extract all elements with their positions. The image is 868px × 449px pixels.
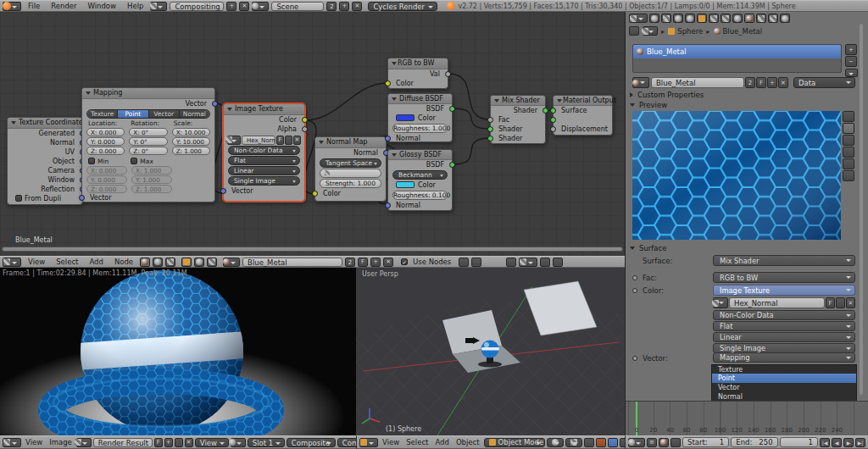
node-title[interactable]: Image Texture: [224, 104, 304, 115]
socket-volume-in[interactable]: [550, 117, 556, 123]
image-name-field[interactable]: Hex_Normal: [729, 297, 825, 308]
material-name-field[interactable]: Blue_Metal: [242, 258, 342, 267]
socket-color-out[interactable]: [302, 117, 308, 123]
node-editor-hscrollbar[interactable]: [2, 247, 623, 252]
uv-map-field[interactable]: [320, 169, 381, 178]
from-dupli-checkbox[interactable]: [15, 195, 22, 202]
timeline-menu-button[interactable]: ≡: [647, 438, 657, 447]
play-button[interactable]: ▶: [843, 438, 854, 447]
preview-section-header[interactable]: Preview: [630, 101, 667, 109]
menu-select[interactable]: Select: [52, 258, 82, 266]
min-y-field[interactable]: Y: 0.000: [86, 175, 127, 184]
preview-hair-button[interactable]: [843, 158, 854, 169]
socket-surface-in[interactable]: [550, 108, 556, 114]
shader-type-object-button[interactable]: [140, 258, 150, 267]
breadcrumb-object[interactable]: Sphere: [668, 27, 703, 36]
preview-flat-button[interactable]: [843, 111, 854, 122]
scene-name[interactable]: Scene: [271, 2, 324, 11]
diffuse-roughness-slider[interactable]: Roughness: 1.000: [392, 124, 448, 133]
add-material-button[interactable]: +: [370, 258, 381, 267]
pin-id-button[interactable]: [629, 26, 639, 36]
editor-type-button[interactable]: [628, 438, 645, 447]
screen-layout-icon[interactable]: [150, 2, 167, 11]
node-title[interactable]: Material Output: [554, 96, 612, 106]
color-space-select[interactable]: Non-Color Data: [713, 310, 855, 320]
min-checkbox[interactable]: [88, 158, 95, 164]
unlink-image-button[interactable]: ✕: [293, 136, 301, 145]
node-title[interactable]: Diffuse BSDF: [388, 94, 452, 104]
image-browse-button[interactable]: [76, 438, 92, 447]
tab-material-icon[interactable]: [744, 14, 754, 23]
previous-frame-button[interactable]: ◀: [832, 438, 842, 447]
slot-specials-button[interactable]: [845, 69, 858, 77]
tab-render-layers-icon[interactable]: [661, 14, 671, 23]
image-name-field[interactable]: Hex_Normal: [242, 136, 275, 145]
node-image-texture[interactable]: Image Texture Color Alpha Hex_Normal F ✕…: [223, 103, 305, 202]
paste-nodes-button[interactable]: [553, 258, 563, 267]
viewport-3d-canvas[interactable]: [356, 268, 625, 435]
rotation-x-field[interactable]: X: 0°: [129, 128, 167, 136]
render-engine-select[interactable]: Cycles Render: [368, 2, 437, 11]
projection-select[interactable]: Flat: [228, 156, 300, 165]
socket-vector-out[interactable]: [212, 101, 218, 107]
interpolation-select[interactable]: Linear: [713, 332, 855, 342]
socket-shader1-in[interactable]: [487, 126, 493, 132]
timeline-ruler[interactable]: 0 20 40 60 80 100 120 140 160 180 200 22…: [625, 401, 868, 435]
node-title[interactable]: Mix Shader: [491, 96, 545, 106]
material-name-field[interactable]: Blue_Metal: [651, 77, 744, 88]
current-frame-field[interactable]: 1: [780, 437, 818, 447]
surface-shader-select[interactable]: Mix Shader: [713, 255, 855, 266]
pack-image-button[interactable]: [285, 136, 292, 145]
fake-user-button[interactable]: F: [154, 438, 163, 447]
menu-view[interactable]: View: [380, 438, 402, 446]
preview-monkey-button[interactable]: [843, 147, 854, 158]
material-fake-user-button[interactable]: F: [756, 77, 766, 88]
socket-color-in[interactable]: [385, 80, 391, 86]
socket-vector-in[interactable]: [79, 195, 85, 201]
unlink-image-button[interactable]: ✕: [185, 438, 193, 447]
location-y-field[interactable]: Y: 0.000: [86, 137, 125, 146]
preview-sphere-button[interactable]: [843, 123, 854, 134]
projection-select[interactable]: Flat: [713, 321, 855, 331]
tab-object-icon[interactable]: [697, 14, 707, 23]
location-x-field[interactable]: X: 0.000: [86, 128, 125, 136]
node-title[interactable]: Normal Map: [315, 137, 386, 148]
socket-normal-in[interactable]: [385, 202, 391, 208]
menu-add[interactable]: Add: [85, 258, 107, 266]
mapping-type-point[interactable]: Point: [118, 110, 148, 118]
pin-node-tree-button[interactable]: [459, 258, 469, 267]
node-diffuse-bsdf[interactable]: Diffuse BSDF BSDF Color Roughness: 1.000…: [387, 93, 453, 142]
tab-data-icon[interactable]: [732, 14, 743, 23]
backdrop-toggle-button[interactable]: [506, 258, 516, 267]
vector-option-point[interactable]: Point: [711, 374, 857, 383]
editor-type-button[interactable]: [359, 438, 378, 447]
slot-select[interactable]: Slot 1: [248, 438, 285, 447]
tab-scene-icon[interactable]: [673, 14, 683, 23]
max-x-field[interactable]: X: 1.000: [131, 166, 172, 175]
context-path-button[interactable]: [643, 26, 658, 36]
node-title[interactable]: Mapping: [82, 88, 214, 99]
menu-view[interactable]: View: [23, 438, 45, 446]
add-slot-button[interactable]: +: [845, 44, 857, 55]
material-slot-item[interactable]: Blue_Metal: [633, 45, 841, 58]
shading-select[interactable]: [547, 438, 564, 447]
interpolation-select[interactable]: Linear: [228, 166, 300, 175]
max-checkbox[interactable]: [131, 158, 137, 164]
mapping-type-texture[interactable]: Texture: [87, 110, 118, 118]
material-fake-user-button[interactable]: F: [358, 258, 368, 267]
pack-image-button[interactable]: [836, 297, 845, 308]
glossy-color-swatch[interactable]: [396, 181, 415, 188]
manipulator-translate-button[interactable]: [596, 438, 606, 447]
properties-vscrollbar[interactable]: [860, 24, 863, 395]
unlink-image-button[interactable]: ✕: [846, 297, 855, 308]
node-mix-shader[interactable]: Mix Shader Shader Fac Shader Shader: [490, 95, 546, 144]
unlink-material-button[interactable]: ✕: [383, 258, 393, 267]
tab-render-icon[interactable]: [649, 14, 659, 23]
vector-input-select[interactable]: Mapping: [713, 352, 855, 363]
snap-mode-button[interactable]: [519, 258, 537, 267]
view-mode-select[interactable]: View: [195, 438, 229, 447]
add-layout-button[interactable]: +: [226, 2, 236, 11]
custom-properties-section-header[interactable]: Custom Properties: [630, 91, 704, 99]
snap-toggle-button[interactable]: [584, 438, 594, 447]
socket-val-out[interactable]: [445, 71, 451, 77]
